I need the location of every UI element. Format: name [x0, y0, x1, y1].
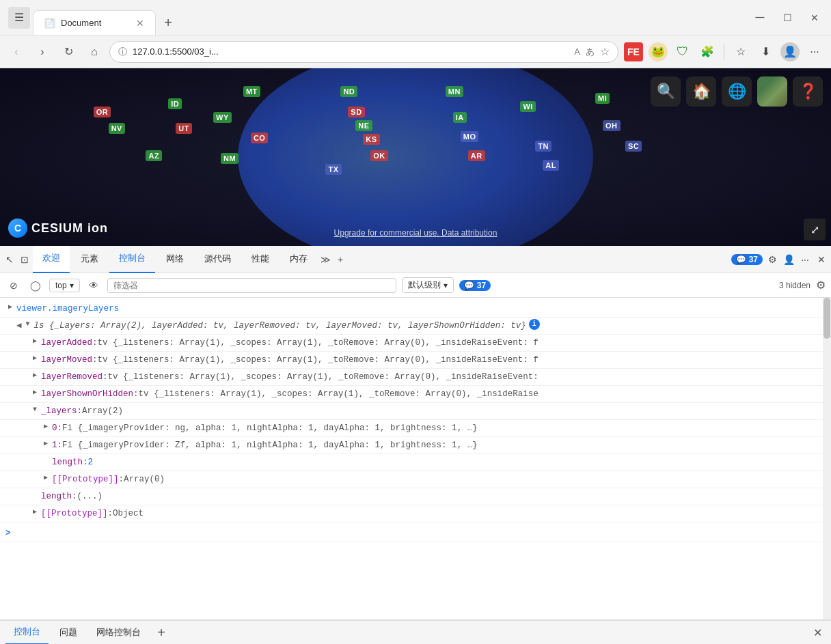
prop-layerRemoved: layerRemoved	[41, 370, 103, 384]
more-tabs-button[interactable]: ≫	[318, 253, 332, 266]
expand-arrow-1[interactable]	[41, 438, 51, 449]
expand-arrow-layermoved[interactable]	[30, 353, 40, 364]
devtools-profile-icon[interactable]: 👤	[782, 253, 795, 266]
console-output[interactable]: viewer.imageryLayers ◀ ls {_Layers: Arra…	[0, 298, 831, 619]
tab-console[interactable]: 控制台	[109, 246, 155, 273]
shield-icon[interactable]: 🛡	[672, 41, 694, 63]
tab-elements[interactable]: 元素	[71, 246, 108, 273]
minimize-button[interactable]: ─	[749, 7, 771, 29]
val-0: Fi {_imageryProvider: ng, alpha: 1, nigh…	[62, 421, 478, 435]
bottom-close-button[interactable]: ✕	[809, 624, 826, 641]
state-id: ID	[168, 98, 182, 109]
fullscreen-button[interactable]: ⤢	[804, 219, 826, 240]
sep: :	[57, 438, 63, 452]
val-layerRemoved: tv {_listeners: Array(1), _scopes: Array…	[108, 370, 539, 384]
browser-tab-document[interactable]: 📄 Document ✕	[33, 10, 156, 35]
favorites-toolbar-icon[interactable]: ☆	[730, 41, 752, 63]
extension-icon[interactable]: 🧩	[696, 41, 718, 63]
sep: :	[103, 370, 108, 384]
more-options-button[interactable]: ···	[804, 41, 826, 63]
scrollbar-thumb[interactable]	[823, 298, 830, 339]
devtools-settings-icon[interactable]: ⚙	[765, 253, 779, 266]
add-panel-button[interactable]: +	[333, 253, 347, 266]
filter-input[interactable]	[107, 278, 397, 293]
expand-arrow-proto-obj[interactable]	[30, 507, 40, 518]
devtools-inspect-icon[interactable]: ↖	[3, 253, 16, 266]
forward-button[interactable]: ›	[31, 41, 53, 63]
expand-arrow-0[interactable]	[41, 421, 51, 432]
map-home-button[interactable]: 🏠	[686, 76, 716, 107]
ls-row[interactable]: ◀ ls {_Layers: Array(2), layerAdded: tv,…	[0, 318, 831, 335]
close-button[interactable]: ✕	[804, 7, 826, 29]
console-settings-icon[interactable]: ⚙	[816, 279, 826, 292]
expand-arrow-proto-array[interactable]	[41, 473, 51, 484]
console-input-row[interactable]: >	[0, 525, 831, 542]
expand-arrow-layeradded[interactable]	[30, 336, 40, 347]
tab-welcome[interactable]: 欢迎	[33, 246, 70, 273]
prop-length-outer: length	[41, 490, 72, 503]
profile-icon[interactable]: 👤	[779, 41, 801, 63]
state-sc: SC	[625, 141, 642, 152]
prop-length-inner: length	[52, 456, 83, 469]
context-selector[interactable]: top ▾	[49, 279, 80, 292]
face-extension-icon[interactable]: 🐸	[647, 41, 669, 63]
cesium-tagline[interactable]: Upgrade for commercial use. Data attribu…	[334, 228, 498, 238]
tab-memory[interactable]: 内存	[280, 246, 317, 273]
expand-arrow-layerremoved[interactable]	[30, 370, 40, 381]
map-satellite-button[interactable]	[757, 76, 787, 107]
layer-moved-row[interactable]: layerMoved : tv {_listeners: Array(1), _…	[0, 352, 831, 369]
tab-performance[interactable]: 性能	[242, 246, 279, 273]
tab-network[interactable]: 网络	[156, 246, 193, 273]
clear-console-button[interactable]: ⊘	[5, 277, 22, 294]
state-az: AZ	[146, 150, 162, 161]
layer-shown-row[interactable]: layerShownOrHidden : tv {_listeners: Arr…	[0, 386, 831, 403]
tab-sources[interactable]: 源代码	[195, 246, 241, 273]
devtools-tab-bar: ↖ ⊡ 欢迎 元素 控制台 网络 源代码 性能 内存 ≫ + 💬 37 ⚙ 👤 …	[0, 246, 831, 273]
expand-arrow-layershown[interactable]	[30, 387, 40, 398]
new-tab-button[interactable]: +	[156, 10, 180, 35]
map-help-button[interactable]: ❓	[793, 76, 823, 107]
prototype-object-row[interactable]: [[Prototype]] : Object	[0, 505, 831, 522]
layers-array-row[interactable]: _layers : Array(2)	[0, 403, 831, 420]
map-search-button[interactable]: 🔍	[651, 76, 681, 107]
input-caret: >	[5, 527, 11, 540]
bottom-tab-issues[interactable]: 问题	[51, 620, 85, 644]
expand-down-layers[interactable]	[30, 404, 40, 415]
root-path[interactable]: viewer.imageryLayers	[16, 302, 119, 316]
bottom-tab-network[interactable]: 网络控制台	[88, 620, 149, 644]
restore-button[interactable]: ☐	[776, 7, 798, 29]
layer-1-row[interactable]: 1 : Fi {_imageryProvider: Zf, alpha: 1, …	[0, 437, 831, 454]
sidebar-toggle[interactable]: ☰	[5, 0, 33, 35]
prototype-array-row[interactable]: [[Prototype]] : Array(0)	[0, 471, 831, 488]
globe-background	[238, 68, 593, 246]
download-icon[interactable]: ⬇	[754, 41, 776, 63]
state-oh: OH	[603, 120, 621, 131]
state-wy: WY	[213, 112, 232, 123]
add-bottom-tab-button[interactable]: +	[152, 623, 171, 642]
prop-layerMoved: layerMoved	[41, 353, 92, 367]
layer-added-row[interactable]: layerAdded : tv {_listeners: Array(1), _…	[0, 335, 831, 352]
hidden-count-label: 3 hidden	[779, 281, 810, 290]
eye-button[interactable]: 👁	[85, 277, 102, 294]
console-root-row[interactable]: viewer.imageryLayers	[0, 300, 831, 318]
expand-arrow[interactable]	[5, 302, 15, 313]
scrollbar-track[interactable]	[823, 298, 831, 619]
map-globe-button[interactable]: 🌐	[722, 76, 752, 107]
fe-extension-icon[interactable]: FE	[623, 41, 644, 63]
state-ut: UT	[176, 123, 192, 134]
filter-toggle-button[interactable]: ◯	[27, 277, 44, 294]
back-button[interactable]: ‹	[5, 41, 27, 63]
log-level-selector[interactable]: 默认级别 ▾	[402, 277, 454, 293]
home-button[interactable]: ⌂	[83, 41, 105, 63]
expand-down-arrow[interactable]	[23, 319, 33, 330]
sep: :	[77, 404, 83, 418]
layer-removed-row[interactable]: layerRemoved : tv {_listeners: Array(1),…	[0, 369, 831, 386]
refresh-button[interactable]: ↻	[57, 41, 79, 63]
bottom-tab-console[interactable]: 控制台	[5, 620, 49, 644]
layer-0-row[interactable]: 0 : Fi {_imageryProvider: ng, alpha: 1, …	[0, 420, 831, 437]
address-bar[interactable]: ⓘ 127.0.0.1:5500/03_i... A あ ☆	[109, 41, 618, 63]
devtools-responsive-icon[interactable]: ⊡	[18, 253, 31, 266]
devtools-more-icon[interactable]: ···	[798, 253, 812, 266]
devtools-close-icon[interactable]: ✕	[815, 253, 828, 266]
tab-close-button[interactable]: ✕	[136, 18, 144, 29]
